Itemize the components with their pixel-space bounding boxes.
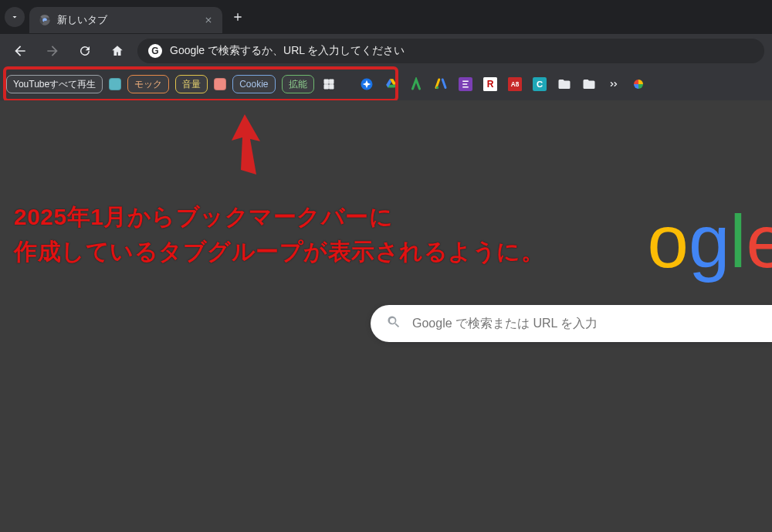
home-button[interactable]: [105, 39, 130, 63]
chrome-favicon: [39, 14, 51, 26]
google-letter-g: g: [689, 205, 730, 279]
google-g-icon: G: [148, 44, 162, 58]
bookmark-icon-purple-e[interactable]: [458, 76, 473, 92]
svg-text:A8: A8: [510, 81, 519, 88]
new-tab-button[interactable]: [227, 6, 249, 28]
reload-icon: [78, 44, 92, 58]
grid-icon: [323, 78, 335, 90]
apps-grid-icon[interactable]: [320, 76, 337, 93]
bookmark-icon-arrows[interactable]: [606, 76, 621, 92]
bookmark-icon-a8[interactable]: A8: [507, 76, 523, 92]
home-icon: [110, 44, 124, 58]
tab-group-label: YouTubeすべて再生: [13, 78, 96, 91]
annotation-arrow-icon: [225, 114, 264, 176]
bookmark-icon-c[interactable]: C: [532, 76, 547, 92]
bookmark-icon-rakuten[interactable]: R: [482, 76, 498, 92]
tab-group-label: 拡能: [289, 78, 307, 91]
svg-marker-11: [232, 114, 260, 175]
arrow-left-icon: [12, 43, 28, 59]
bookmark-folder[interactable]: [581, 76, 597, 92]
tab-group-cookie[interactable]: Cookie: [232, 75, 275, 93]
tab-group-youtube[interactable]: YouTubeすべて再生: [6, 75, 103, 93]
bookmark-icon-drive[interactable]: [384, 76, 399, 92]
bookmark-icon-ads-green[interactable]: [408, 76, 424, 92]
tab-close-button[interactable]: [202, 14, 215, 26]
bookmarks-bar: YouTubeすべて再生 モック 音量 Cookie 拡能 R A8 C: [0, 68, 772, 100]
toolbar: G Google で検索するか、URL を入力してください: [0, 34, 772, 68]
google-letter-o: o: [648, 205, 689, 279]
annotation-line: 作成しているタブグループが表示されるように。: [14, 234, 544, 269]
annotation-line: 2025年1月からブックマークバーに: [14, 199, 544, 234]
omnibox[interactable]: G Google で検索するか、URL を入力してください: [137, 39, 764, 63]
new-tab-page: 2025年1月からブックマークバーに 作成しているタブグループが表示されるように…: [0, 100, 772, 532]
tab-search-dropdown[interactable]: [5, 7, 25, 27]
tab-group-color-dot[interactable]: [214, 78, 226, 90]
forward-button[interactable]: [40, 39, 65, 63]
svg-text:R: R: [486, 79, 493, 90]
annotation-text: 2025年1月からブックマークバーに 作成しているタブグループが表示されるように…: [14, 199, 544, 269]
tab-group-extensions[interactable]: 拡能: [282, 75, 314, 93]
bookmark-folder[interactable]: [557, 76, 572, 92]
tab-strip: 新しいタブ: [0, 0, 772, 34]
browser-tab[interactable]: 新しいタブ: [29, 7, 222, 33]
folder-icon: [582, 77, 596, 91]
tab-group-color-dot[interactable]: [109, 78, 121, 90]
tab-group-mock[interactable]: モック: [127, 75, 169, 93]
search-icon: [386, 314, 401, 333]
ntp-search-box[interactable]: Google で検索または URL を入力: [371, 305, 772, 342]
tab-group-label: Cookie: [239, 79, 268, 90]
back-button[interactable]: [8, 39, 32, 63]
svg-point-3: [435, 86, 438, 89]
bookmark-icon-compass[interactable]: [359, 76, 374, 92]
google-letter-l: l: [730, 205, 746, 279]
reload-button[interactable]: [73, 39, 97, 63]
chevron-down-icon: [10, 12, 19, 22]
close-icon: [204, 15, 213, 25]
bookmark-icons-row: R A8 C: [359, 76, 646, 92]
plus-icon: [232, 11, 244, 23]
omnibox-placeholder: Google で検索するか、URL を入力してください: [170, 44, 405, 58]
tab-title: 新しいタブ: [57, 14, 196, 27]
bookmark-icon-photos[interactable]: [631, 76, 646, 92]
tab-group-label: 音量: [182, 78, 201, 91]
google-logo: o g l e: [648, 205, 773, 279]
tab-group-label: モック: [134, 78, 162, 91]
arrow-right-icon: [45, 43, 60, 59]
tab-group-volume[interactable]: 音量: [175, 75, 208, 93]
google-letter-e: e: [747, 205, 772, 279]
folder-icon: [557, 77, 571, 91]
svg-text:C: C: [536, 80, 542, 89]
search-placeholder: Google で検索または URL を入力: [412, 316, 598, 332]
bookmark-icon-ads-multicolor[interactable]: [433, 76, 449, 92]
